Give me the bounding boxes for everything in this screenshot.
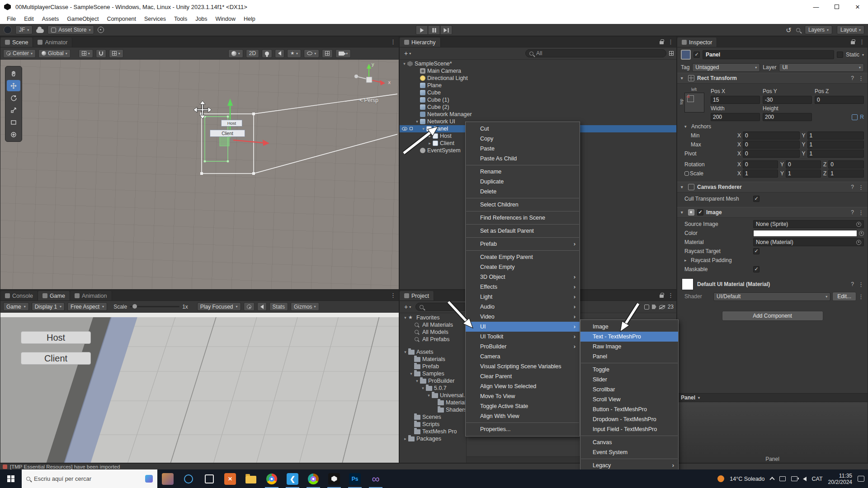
- rotate-tool[interactable]: [7, 92, 20, 103]
- pos-y-field[interactable]: -30: [763, 96, 812, 104]
- color-swatch[interactable]: [753, 230, 857, 237]
- kebab-menu-icon[interactable]: ⋮: [668, 39, 674, 45]
- tab-animator[interactable]: Animator: [33, 38, 72, 47]
- project-tree-item[interactable]: Scenes: [400, 413, 466, 421]
- taskbar-app-chrome[interactable]: [261, 469, 282, 488]
- tab-scene[interactable]: Scene: [0, 38, 33, 47]
- pos-z-field[interactable]: 0: [815, 96, 864, 104]
- taskbar-app-x[interactable]: ✕: [220, 469, 241, 488]
- weather-text[interactable]: 14°C Soleado: [730, 476, 764, 482]
- expand-arrow[interactable]: ▸: [402, 436, 408, 441]
- tab-console[interactable]: Console: [0, 291, 38, 300]
- submenu-item[interactable]: Panel ›: [580, 352, 678, 361]
- menu-bar-item[interactable]: Edit: [20, 14, 38, 24]
- menu-bar-item[interactable]: Component: [103, 14, 140, 24]
- menu-bar-item[interactable]: GameObject: [63, 14, 103, 24]
- save-search-icon[interactable]: [644, 305, 649, 310]
- step-button[interactable]: [440, 25, 453, 35]
- image-enabled-checkbox[interactable]: [697, 209, 703, 216]
- camera-settings-dropdown[interactable]: ▾: [335, 49, 351, 58]
- anchors-min-x-field[interactable]: 0: [743, 131, 799, 140]
- taskbar-app-unity[interactable]: [324, 469, 344, 488]
- scale-y-field[interactable]: 1: [786, 169, 821, 178]
- kebab-menu-icon[interactable]: ⋮: [858, 75, 864, 81]
- add-component-button[interactable]: Add Component: [722, 311, 823, 321]
- context-menu-item[interactable]: Duplicate ›: [466, 177, 580, 187]
- static-checkbox[interactable]: [837, 52, 843, 58]
- tag-filter-icon[interactable]: [652, 305, 656, 309]
- services-icon[interactable]: [98, 27, 104, 33]
- pivot-x-field[interactable]: 0: [743, 150, 799, 158]
- host-button[interactable]: Host: [21, 331, 91, 344]
- context-menu-item[interactable]: Clear Parent ›: [466, 371, 580, 381]
- pos-x-field[interactable]: 15: [711, 96, 760, 104]
- perspective-label[interactable]: < Persp: [346, 97, 392, 103]
- expand-arrow[interactable]: ▾: [402, 350, 408, 354]
- submenu-item[interactable]: Event System ›: [580, 447, 678, 457]
- taskbar-app-photos[interactable]: [157, 469, 178, 488]
- foldout-arrow[interactable]: ▾: [684, 124, 689, 129]
- project-tree-item[interactable]: ▸ Packages: [400, 435, 466, 442]
- project-tree-item[interactable]: Prefab: [400, 363, 466, 370]
- context-menu-item[interactable]: Set as Default Parent ›: [466, 226, 580, 236]
- hidden-icons-chevron[interactable]: [769, 477, 774, 482]
- lighting-toggle[interactable]: [262, 49, 272, 58]
- status-bar[interactable]: [TMP Essential Resources] have been impo…: [0, 463, 868, 469]
- submenu-item[interactable]: Slider ›: [580, 375, 678, 385]
- context-menu-item[interactable]: Properties... ›: [466, 424, 580, 434]
- context-menu-item[interactable]: Move To View ›: [466, 391, 580, 401]
- lock-icon[interactable]: [851, 41, 855, 44]
- scale-tool[interactable]: [7, 104, 20, 116]
- source-image-field[interactable]: None (Sprite): [753, 220, 864, 228]
- scale-x-field[interactable]: 1: [743, 169, 778, 178]
- context-menu-item[interactable]: ›: [466, 165, 579, 165]
- context-menu-item[interactable]: Select Children ›: [466, 200, 580, 210]
- submenu-item[interactable]: Toggle ›: [580, 365, 678, 375]
- gizmo-axis-y-label[interactable]: y: [372, 61, 374, 67]
- pause-button[interactable]: [428, 25, 440, 35]
- project-tree-item[interactable]: TextMesh Pro: [400, 428, 466, 435]
- raycast-target-checkbox[interactable]: [753, 248, 760, 254]
- kebab-menu-icon[interactable]: ⋮: [858, 184, 864, 190]
- display-tray-icon[interactable]: [779, 476, 786, 481]
- menu-bar-item[interactable]: Window: [212, 14, 240, 24]
- taskbar-file-explorer[interactable]: [241, 469, 261, 488]
- submenu-item[interactable]: Image ›: [580, 322, 678, 332]
- battery-icon[interactable]: [791, 476, 797, 481]
- tab-hierarchy[interactable]: Hierarchy: [400, 38, 441, 47]
- context-menu-item[interactable]: Effects ›: [466, 282, 580, 292]
- context-menu-item[interactable]: Rename ›: [466, 167, 580, 177]
- context-menu-item[interactable]: ›: [466, 224, 579, 225]
- project-tree-item[interactable]: ▾ ProBuilder: [400, 377, 466, 385]
- shader-dropdown[interactable]: UI/Default▾: [713, 292, 830, 301]
- scale-slider[interactable]: [130, 306, 179, 307]
- hierarchy-search-input[interactable]: All: [525, 49, 666, 57]
- submenu-item[interactable]: Scroll View ›: [580, 394, 678, 404]
- context-menu-item[interactable]: Align View to Selected ›: [466, 381, 580, 391]
- help-icon[interactable]: ?: [851, 75, 854, 81]
- tab-animation[interactable]: Animation: [70, 291, 112, 300]
- foldout-arrow[interactable]: ▸: [684, 258, 689, 263]
- hierarchy-item[interactable]: Cube: [400, 89, 676, 96]
- context-menu-item[interactable]: ›: [466, 250, 579, 251]
- project-tree-item[interactable]: ▾ 5.0.7: [400, 385, 466, 392]
- tab-game[interactable]: Game: [38, 291, 70, 300]
- kebab-menu-icon[interactable]: ⋮: [858, 210, 864, 216]
- submenu-item[interactable]: Text - TextMeshPro ›: [580, 332, 678, 342]
- 2d-toggle[interactable]: 2D: [246, 49, 259, 58]
- clock[interactable]: 11:35 20/2/2024: [828, 473, 852, 485]
- stats-button[interactable]: Stats: [269, 302, 288, 311]
- project-tree-item[interactable]: ▾ Assets: [400, 348, 466, 356]
- preview-header[interactable]: Panel▾: [677, 393, 868, 402]
- create-asset-button[interactable]: +▾: [402, 303, 413, 310]
- submenu-item[interactable]: Legacy ›: [580, 460, 678, 470]
- project-tree-item[interactable]: Materials: [400, 356, 466, 363]
- canvas-renderer-header[interactable]: ▾ Canvas Renderer ?⋮: [677, 182, 868, 192]
- raw-edit-icon[interactable]: R: [860, 114, 864, 120]
- expand-arrow[interactable]: ▾: [408, 371, 414, 376]
- effects-dropdown[interactable]: ★▾: [287, 49, 301, 58]
- context-menu-item[interactable]: Copy ›: [466, 134, 580, 144]
- context-menu-item[interactable]: Video ›: [466, 312, 580, 322]
- expand-arrow[interactable]: ▾: [414, 119, 420, 124]
- orientation-dropdown[interactable]: Global▾: [38, 49, 71, 58]
